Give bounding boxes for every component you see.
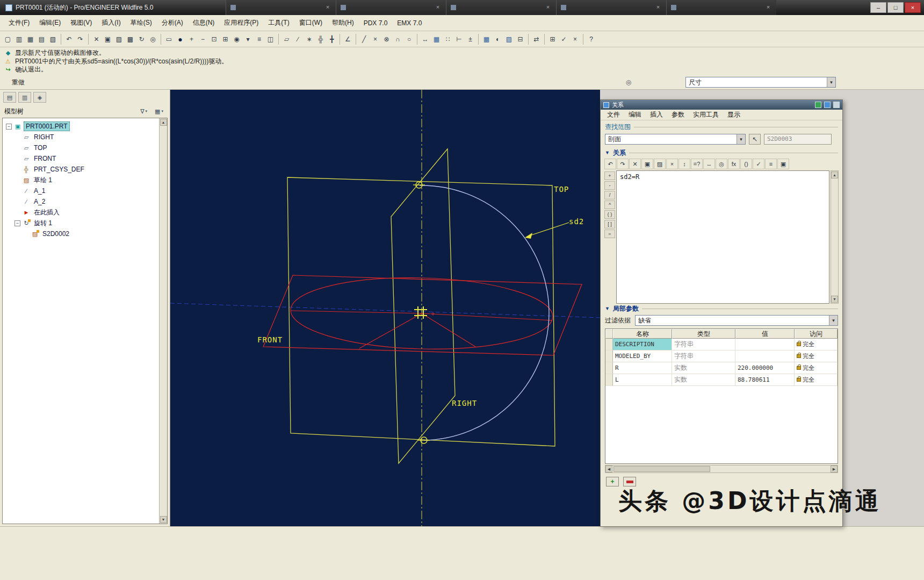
datum-points-icon[interactable]: ∗ bbox=[304, 33, 315, 45]
param-type-cell[interactable]: 实数 bbox=[672, 374, 735, 386]
section-icon[interactable]: ⊟ bbox=[515, 33, 526, 45]
hatch-icon[interactable]: ▨ bbox=[503, 33, 515, 45]
param-name-cell[interactable]: MODELED_BY bbox=[613, 350, 672, 362]
menu-item[interactable]: 编辑(E) bbox=[35, 17, 65, 29]
spin-center-icon[interactable]: ╋ bbox=[326, 33, 337, 45]
sketcher-icon[interactable]: ∠ bbox=[342, 33, 353, 45]
close-window-icon[interactable]: × bbox=[569, 33, 581, 45]
param-name-cell[interactable]: L bbox=[613, 374, 672, 386]
revolve-section-arc[interactable] bbox=[420, 185, 549, 440]
save-icon[interactable]: ▦ bbox=[25, 33, 36, 45]
tree-item[interactable]: ∕A_2 bbox=[3, 196, 159, 207]
scroll-left-icon[interactable]: ◀ bbox=[605, 466, 612, 472]
dialog-titlebar-icon-green[interactable] bbox=[815, 102, 821, 108]
verify-window-icon[interactable]: ✓ bbox=[558, 33, 569, 45]
tree-item[interactable]: ▱TOP bbox=[3, 142, 159, 153]
dialog-titlebar-icon-blue[interactable] bbox=[824, 102, 831, 108]
param-type-cell[interactable]: 字符串 bbox=[672, 339, 735, 350]
menu-item[interactable]: 工具(T) bbox=[264, 17, 293, 29]
local-params-section-header[interactable]: ▼ 局部参数 bbox=[601, 304, 842, 313]
scroll-up-icon[interactable]: ▲ bbox=[160, 119, 167, 126]
tree-item[interactable]: ▨草绘 1 bbox=[3, 175, 159, 185]
relations-editor[interactable]: sd2=R bbox=[616, 170, 829, 304]
param-access-cell[interactable]: 完全 bbox=[795, 374, 838, 386]
dialog-menu-item[interactable]: 插入 bbox=[650, 110, 663, 119]
tree-item[interactable]: ╬PRT_CSYS_DEF bbox=[3, 164, 159, 175]
list-icon[interactable]: ≡ bbox=[765, 159, 777, 169]
new-icon[interactable]: ▢ bbox=[2, 33, 13, 45]
param-access-cell[interactable]: 完全 bbox=[795, 362, 838, 374]
paste-icon[interactable]: ▨ bbox=[654, 159, 666, 169]
zoom-out-icon[interactable]: − bbox=[197, 33, 208, 45]
horizontal-centerline[interactable] bbox=[170, 303, 600, 318]
menu-item[interactable]: 草绘(S) bbox=[126, 17, 156, 29]
repaint-icon[interactable]: ▭ bbox=[163, 33, 175, 45]
line-icon[interactable]: ╱ bbox=[358, 33, 370, 45]
measure-icon[interactable]: ↔ bbox=[703, 159, 715, 169]
table-row[interactable]: R实数220.000000完全 bbox=[605, 362, 838, 374]
tree-item[interactable]: ►在此插入 bbox=[3, 207, 159, 218]
pick-arrow-icon[interactable]: ↖ bbox=[749, 134, 761, 145]
sd2-dimension-label[interactable]: sd2 bbox=[569, 217, 584, 226]
model-tree-tab[interactable]: ▤ bbox=[3, 92, 16, 103]
tab-close-icon[interactable]: × bbox=[434, 4, 442, 11]
maximize-button[interactable]: □ bbox=[887, 2, 904, 13]
selection-help-icon[interactable]: ? bbox=[586, 33, 597, 45]
param-value-cell[interactable] bbox=[735, 339, 795, 350]
chevron-down-icon[interactable]: ▼ bbox=[827, 77, 835, 87]
tree-settings-dropdown[interactable]: ▦▾ bbox=[153, 107, 165, 116]
view-manager-icon[interactable]: ◫ bbox=[265, 33, 276, 45]
scroll-up-icon[interactable]: ▲ bbox=[831, 171, 838, 178]
measure-icon[interactable]: ↔ bbox=[420, 33, 431, 45]
param-value-cell[interactable] bbox=[735, 350, 795, 362]
tree-item[interactable]: ▨S2D0002 bbox=[3, 228, 159, 239]
center-point-marker[interactable] bbox=[414, 306, 427, 319]
expander-icon[interactable]: − bbox=[15, 220, 20, 226]
intersect-icon[interactable]: ∩ bbox=[392, 33, 403, 45]
redo-menu-item[interactable]: 重做 bbox=[12, 78, 25, 87]
zoom-window-icon[interactable]: ⊞ bbox=[220, 33, 231, 45]
operator-button[interactable]: ^ bbox=[604, 201, 615, 209]
cut-icon[interactable]: ✕ bbox=[91, 33, 102, 45]
tree-item[interactable]: ∕A_1 bbox=[3, 185, 159, 196]
param-type-cell[interactable]: 字符串 bbox=[672, 350, 735, 362]
undo-icon[interactable]: ↶ bbox=[63, 33, 75, 45]
menu-item[interactable]: PDX 7.0 bbox=[359, 18, 392, 28]
datum-plane-top-outline[interactable] bbox=[287, 177, 555, 446]
layers-icon[interactable]: ≡ bbox=[254, 33, 265, 45]
saved-views-icon[interactable]: ▾ bbox=[242, 33, 254, 45]
sort-icon[interactable]: ↕ bbox=[678, 159, 690, 169]
folder-browser-tab[interactable]: ▥ bbox=[18, 92, 31, 103]
param-table-hscrollbar[interactable]: ◀ ▶ bbox=[605, 465, 838, 473]
paste-special-icon[interactable]: ▩ bbox=[125, 33, 136, 45]
relations-dialog-titlebar[interactable]: 关系 bbox=[601, 100, 842, 110]
delete-icon[interactable]: × bbox=[666, 159, 678, 169]
undo-icon[interactable]: ↶ bbox=[604, 159, 616, 169]
dialog-menu-item[interactable]: 编辑 bbox=[629, 110, 641, 119]
dimension-filter-combo[interactable]: 尺寸 ▼ bbox=[685, 77, 836, 88]
menu-item[interactable]: 插入(I) bbox=[97, 17, 125, 29]
shade-mode-icon[interactable]: ◐ bbox=[492, 33, 503, 45]
menu-item[interactable]: EMX 7.0 bbox=[393, 18, 426, 28]
sd2-dimension-leader[interactable] bbox=[525, 223, 569, 239]
open-icon[interactable]: ▥ bbox=[13, 33, 25, 45]
column-header[interactable]: 类型 bbox=[672, 329, 735, 339]
tangent-icon[interactable]: ○ bbox=[403, 33, 415, 45]
operator-button[interactable]: = bbox=[604, 230, 615, 238]
param-access-cell[interactable]: 完全 bbox=[795, 350, 838, 362]
relations-section-header[interactable]: ▼ 关系 bbox=[601, 148, 842, 157]
regenerate-icon[interactable]: ↻ bbox=[136, 33, 147, 45]
menu-item[interactable]: 信息(N) bbox=[189, 17, 219, 29]
expander-icon[interactable]: − bbox=[6, 124, 12, 130]
graphics-area[interactable]: TOP sd2 FRONT RIGHT bbox=[170, 90, 600, 526]
datum-csys-icon[interactable]: ╬ bbox=[315, 33, 326, 45]
tree-item[interactable]: ▱FRONT bbox=[3, 153, 159, 164]
datum-plane-right-outline[interactable] bbox=[391, 149, 455, 463]
param-value-cell[interactable]: 88.780611 bbox=[735, 374, 795, 386]
new-window-icon[interactable]: ⊞ bbox=[547, 33, 558, 45]
find-icon[interactable]: ◎ bbox=[147, 33, 158, 45]
functions-icon[interactable]: fx bbox=[728, 159, 740, 169]
verify-icon[interactable]: ▣ bbox=[777, 159, 789, 169]
column-header[interactable]: 访问 bbox=[795, 329, 838, 339]
editor-scrollbar[interactable]: ▲ ▼ bbox=[831, 170, 839, 304]
